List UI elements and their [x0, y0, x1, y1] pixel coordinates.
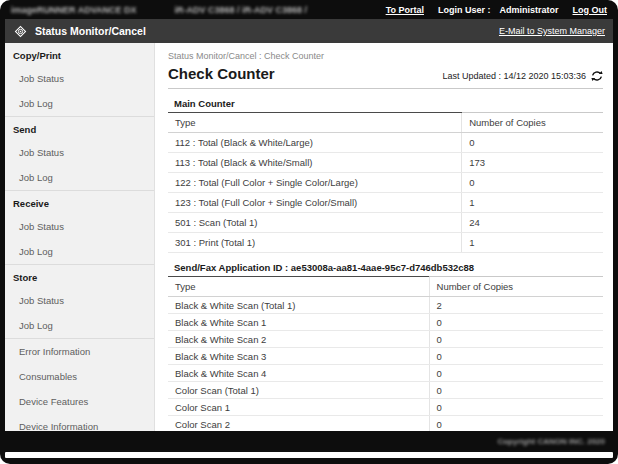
type-cell: 301 : Print (Total 1) [168, 233, 462, 253]
last-updated-text: Last Updated : 14/12 2020 15:03:36 [442, 71, 586, 81]
login-user-label: Login User : [438, 5, 491, 15]
sidebar-section-send: Send [5, 116, 154, 140]
login-user-value: Administrator [499, 5, 558, 15]
sendfax-title: Send/Fax Application ID : ae53008a-aa81-… [168, 260, 429, 277]
table-row: Black & White Scan (Total 1)2 [168, 297, 603, 314]
column-header-type: Type [168, 113, 462, 133]
main-counter-header: Main Counter [168, 96, 603, 113]
refresh-icon[interactable] [591, 70, 603, 82]
copies-cell: 2 [429, 297, 603, 314]
column-header-copies: Number of Copies [462, 113, 603, 133]
type-cell: Black & White Scan 2 [168, 331, 429, 348]
table-row: 301 : Print (Total 1)1 [168, 233, 603, 253]
table-row: 112 : Total (Black & White/Large)0 [168, 133, 603, 153]
copies-cell: 0 [462, 173, 603, 193]
page-body: Copy/Print Job Status Job Log Send Job S… [5, 43, 613, 431]
copies-cell: 0 [429, 314, 603, 331]
last-updated: Last Updated : 14/12 2020 15:03:36 [442, 70, 603, 82]
footer-bar: Copyright CANON INC. 2020 [5, 431, 613, 452]
copyright-redacted: Copyright CANON INC. 2020 [497, 437, 605, 446]
sidebar-item-error-information[interactable]: Error Information [5, 338, 154, 364]
sidebar-item-copy-print-job-log[interactable]: Job Log [5, 91, 154, 116]
table-row: Black & White Scan 30 [168, 348, 603, 365]
type-cell: Black & White Scan 1 [168, 314, 429, 331]
device-identity: imageRUNNER ADVANCE DX iR-ADV C3868 / iR… [11, 5, 307, 15]
status-monitor-diamond-icon [13, 24, 28, 39]
sidebar-section-store: Store [5, 264, 154, 288]
table-header-row: Type Number of Copies [168, 277, 603, 297]
breadcrumb: Status Monitor/Cancel : Check Counter [168, 51, 603, 61]
log-out-link[interactable]: Log Out [573, 5, 608, 15]
type-cell: 501 : Scan (Total 1) [168, 213, 462, 233]
type-cell: Black & White Scan 3 [168, 348, 429, 365]
app-bar: Status Monitor/Cancel E-Mail to System M… [5, 19, 613, 43]
sidebar-item-send-job-status[interactable]: Job Status [5, 140, 154, 165]
main-counter-section: Main Counter Type Number of Copies 112 :… [168, 96, 603, 253]
copies-cell: 0 [429, 416, 603, 432]
login-user: Login User : Administrator [438, 5, 559, 15]
sidebar-item-send-job-log[interactable]: Job Log [5, 165, 154, 190]
sidebar-item-device-information[interactable]: Device Information [5, 414, 154, 431]
type-cell: Black & White Scan (Total 1) [168, 297, 429, 314]
sidebar-section-copy-print: Copy/Print [5, 43, 154, 66]
type-cell: Color Scan (Total 1) [168, 382, 429, 399]
sidebar-item-device-features[interactable]: Device Features [5, 389, 154, 414]
sidebar-item-store-job-status[interactable]: Job Status [5, 288, 154, 313]
copies-cell: 1 [462, 233, 603, 253]
to-portal-link[interactable]: To Portal [386, 5, 424, 15]
table-row: 122 : Total (Full Color + Single Color/L… [168, 173, 603, 193]
table-row: 501 : Scan (Total 1)24 [168, 213, 603, 233]
type-cell: 113 : Total (Black & White/Small) [168, 153, 462, 173]
sidebar-item-copy-print-job-status[interactable]: Job Status [5, 66, 154, 91]
table-row: Black & White Scan 40 [168, 365, 603, 382]
column-header-type: Type [168, 277, 429, 297]
app-title: Status Monitor/Cancel [35, 25, 146, 37]
table-row: 123 : Total (Full Color + Single Color/S… [168, 193, 603, 213]
table-row: Black & White Scan 10 [168, 314, 603, 331]
top-bar: imageRUNNER ADVANCE DX iR-ADV C3868 / iR… [5, 0, 613, 19]
type-cell: Black & White Scan 4 [168, 365, 429, 382]
copies-cell: 0 [429, 382, 603, 399]
table-row: Color Scan (Total 1)0 [168, 382, 603, 399]
main-counter-table: Type Number of Copies 112 : Total (Black… [168, 113, 603, 253]
copies-cell: 0 [429, 365, 603, 382]
copies-cell: 0 [429, 348, 603, 365]
device-name-redacted: imageRUNNER ADVANCE DX [11, 5, 137, 15]
browser-frame: imageRUNNER ADVANCE DX iR-ADV C3868 / iR… [0, 0, 618, 464]
copies-cell: 0 [429, 399, 603, 416]
table-row: 113 : Total (Black & White/Small)173 [168, 153, 603, 173]
copies-cell: 24 [462, 213, 603, 233]
table-row: Black & White Scan 20 [168, 331, 603, 348]
sendfax-header: Send/Fax Application ID : ae53008a-aa81-… [168, 260, 603, 277]
sidebar-item-receive-job-log[interactable]: Job Log [5, 239, 154, 264]
type-cell: Color Scan 1 [168, 399, 429, 416]
page-title: Check Counter [168, 65, 275, 82]
email-to-system-manager-link[interactable]: E-Mail to System Manager [499, 26, 605, 36]
type-cell: 122 : Total (Full Color + Single Color/L… [168, 173, 462, 193]
sendfax-table: Type Number of Copies Black & White Scan… [168, 277, 603, 431]
main-counter-title: Main Counter [168, 96, 462, 113]
type-cell: 112 : Total (Black & White/Large) [168, 133, 462, 153]
sidebar-item-receive-job-status[interactable]: Job Status [5, 214, 154, 239]
content-area: Status Monitor/Cancel : Check Counter Ch… [155, 43, 613, 431]
device-model-redacted: iR-ADV C3868 / iR-ADV C3868 / [175, 5, 308, 15]
type-cell: Color Scan 2 [168, 416, 429, 432]
section-rule [462, 112, 603, 113]
copies-cell: 1 [462, 193, 603, 213]
window-bottom-strip [5, 452, 613, 458]
table-header-row: Type Number of Copies [168, 113, 603, 133]
sendfax-section: Send/Fax Application ID : ae53008a-aa81-… [168, 260, 603, 431]
section-rule [429, 276, 603, 277]
copies-cell: 173 [462, 153, 603, 173]
table-row: Color Scan 10 [168, 399, 603, 416]
sidebar: Copy/Print Job Status Job Log Send Job S… [5, 43, 155, 431]
sidebar-section-receive: Receive [5, 190, 154, 214]
table-row: Color Scan 20 [168, 416, 603, 432]
sidebar-item-consumables[interactable]: Consumables [5, 364, 154, 389]
copies-cell: 0 [462, 133, 603, 153]
column-header-copies: Number of Copies [429, 277, 603, 297]
copies-cell: 0 [429, 331, 603, 348]
top-bar-links: To Portal Login User : Administrator Log… [386, 5, 607, 15]
sidebar-item-store-job-log[interactable]: Job Log [5, 313, 154, 338]
title-row: Check Counter Last Updated : 14/12 2020 … [168, 65, 603, 89]
